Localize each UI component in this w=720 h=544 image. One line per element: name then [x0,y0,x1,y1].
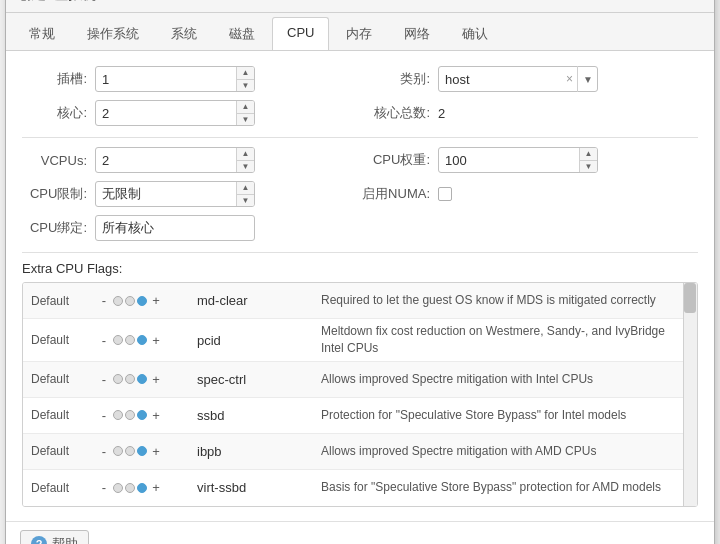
flag-name: pcid [193,333,313,348]
flag-toggle[interactable]: -+ [93,293,193,308]
cores-input[interactable] [95,100,255,126]
sockets-row: 插槽: ▲ ▼ [22,65,360,93]
sockets-spin-down[interactable]: ▼ [237,80,254,92]
flags-title: Extra CPU Flags: [22,261,698,276]
flag-toggle[interactable]: -+ [93,408,193,423]
tab-disk[interactable]: 磁盘 [214,17,270,50]
toggle-minus[interactable]: - [97,444,111,459]
vcpus-input[interactable] [95,147,255,173]
cores-spinner: ▲ ▼ [236,101,254,125]
cpu-limit-input[interactable] [95,181,255,207]
toggle-minus[interactable]: - [97,408,111,423]
toggle-plus[interactable]: + [149,293,163,308]
flag-desc: Allows improved Spectre mitigation with … [313,443,697,460]
flag-toggle[interactable]: -+ [93,444,193,459]
help-button[interactable]: ? 帮助 [20,530,89,544]
help-icon: ? [31,536,47,544]
toggle-dot [113,374,123,384]
flag-desc: Protection for "Speculative Store Bypass… [313,407,697,424]
sockets-input[interactable] [95,66,255,92]
tab-general[interactable]: 常规 [14,17,70,50]
flag-name: virt-ssbd [193,480,313,495]
form-right-2: CPU权重: ▲ ▼ 启用NUMA: [360,146,698,242]
cpu-affinity-label: CPU绑定: [22,219,87,237]
total-cores-value: 2 [438,106,445,121]
tab-memory[interactable]: 内存 [331,17,387,50]
tab-network[interactable]: 网络 [389,17,445,50]
flag-row: Default-+pcidMeltdown fix cost reduction… [23,319,697,362]
toggle-plus[interactable]: + [149,408,163,423]
tab-confirm[interactable]: 确认 [447,17,503,50]
form-right: 类别: host × ▼ 核心总数: 2 [360,65,698,127]
flag-toggle[interactable]: -+ [93,333,193,348]
flag-row: Default-+ssbdProtection for "Speculative… [23,398,697,434]
toggle-minus[interactable]: - [97,372,111,387]
class-select-clear[interactable]: × [562,72,577,86]
flag-default-label: Default [23,333,93,347]
numa-checkbox[interactable] [438,187,452,201]
close-button[interactable]: × [684,0,702,4]
toggle-dots [113,296,147,306]
form-left-2: VCPUs: ▲ ▼ CPU限制: ▲ [22,146,360,242]
toggle-dots [113,446,147,456]
flag-desc: Required to let the guest OS know if MDS… [313,292,697,309]
toggle-minus[interactable]: - [97,333,111,348]
cpu-weight-spin-down[interactable]: ▼ [580,161,597,173]
cpu-affinity-row: CPU绑定: [22,214,360,242]
flag-name: ssbd [193,408,313,423]
footer: ? 帮助 [6,521,714,544]
toggle-dot [137,483,147,493]
tab-os[interactable]: 操作系统 [72,17,154,50]
form-grid-middle: VCPUs: ▲ ▼ CPU限制: ▲ [22,146,698,242]
flag-default-label: Default [23,444,93,458]
toggle-dot [137,335,147,345]
vcpus-spin-down[interactable]: ▼ [237,161,254,173]
numa-label: 启用NUMA: [360,185,430,203]
tab-bar: 常规 操作系统 系统 磁盘 CPU 内存 网络 确认 [6,13,714,51]
toggle-dot [113,335,123,345]
cpu-limit-spin-down[interactable]: ▼ [237,195,254,207]
form-grid-top: 插槽: ▲ ▼ 核心: ▲ ▼ [22,65,698,127]
flag-default-label: Default [23,408,93,422]
flags-section: Extra CPU Flags: Default-+md-clearRequir… [22,261,698,507]
cpu-limit-spinner: ▲ ▼ [236,182,254,206]
scrollbar[interactable] [683,283,697,506]
flag-toggle[interactable]: -+ [93,372,193,387]
tab-system[interactable]: 系统 [156,17,212,50]
flag-default-label: Default [23,294,93,308]
cores-spin-up[interactable]: ▲ [237,101,254,114]
flags-table: Default-+md-clearRequired to let the gue… [22,282,698,507]
toggle-minus[interactable]: - [97,293,111,308]
flag-name: ibpb [193,444,313,459]
cpu-limit-input-wrap: ▲ ▼ [95,181,255,207]
toggle-plus[interactable]: + [149,480,163,495]
toggle-dot [125,296,135,306]
cores-spin-down[interactable]: ▼ [237,114,254,126]
toggle-plus[interactable]: + [149,372,163,387]
cpu-affinity-input[interactable] [95,215,255,241]
vcpus-spin-up[interactable]: ▲ [237,148,254,161]
toggle-dot [125,335,135,345]
toggle-dot [125,410,135,420]
tab-cpu[interactable]: CPU [272,17,329,50]
cpu-limit-spin-up[interactable]: ▲ [237,182,254,195]
flags-table-inner[interactable]: Default-+md-clearRequired to let the gue… [23,283,697,506]
cpu-weight-spin-up[interactable]: ▲ [580,148,597,161]
flag-desc: Allows improved Spectre mitigation with … [313,371,697,388]
class-select-wrap: host × ▼ [438,66,598,92]
class-label: 类别: [360,70,430,88]
vcpus-row: VCPUs: ▲ ▼ [22,146,360,174]
flag-name: spec-ctrl [193,372,313,387]
toggle-plus[interactable]: + [149,444,163,459]
cpu-limit-row: CPU限制: ▲ ▼ [22,180,360,208]
toggle-plus[interactable]: + [149,333,163,348]
toggle-minus[interactable]: - [97,480,111,495]
flag-toggle[interactable]: -+ [93,480,193,495]
help-label: 帮助 [52,535,78,544]
flag-row: Default-+ibpbAllows improved Spectre mit… [23,434,697,470]
sockets-spin-up[interactable]: ▲ [237,67,254,80]
form-left: 插槽: ▲ ▼ 核心: ▲ ▼ [22,65,360,127]
toggle-dot [137,410,147,420]
content-area: 插槽: ▲ ▼ 核心: ▲ ▼ [6,51,714,521]
cpu-weight-input[interactable] [438,147,598,173]
